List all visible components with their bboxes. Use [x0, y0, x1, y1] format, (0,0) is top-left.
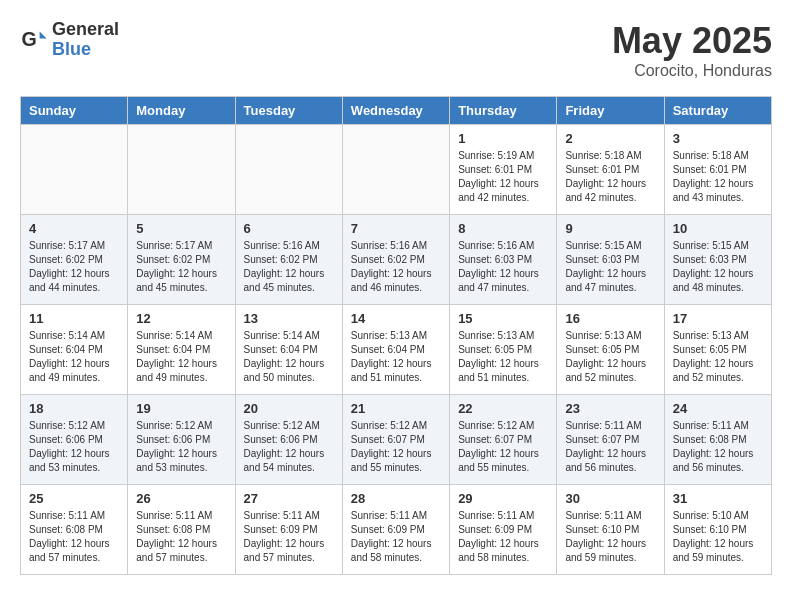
day-cell: 16Sunrise: 5:13 AM Sunset: 6:05 PM Dayli… [557, 305, 664, 395]
day-info: Sunrise: 5:12 AM Sunset: 6:07 PM Dayligh… [351, 419, 441, 475]
day-number: 29 [458, 491, 548, 506]
svg-text:G: G [21, 27, 36, 49]
day-cell: 24Sunrise: 5:11 AM Sunset: 6:08 PM Dayli… [664, 395, 771, 485]
day-info: Sunrise: 5:12 AM Sunset: 6:06 PM Dayligh… [136, 419, 226, 475]
day-cell: 13Sunrise: 5:14 AM Sunset: 6:04 PM Dayli… [235, 305, 342, 395]
day-info: Sunrise: 5:14 AM Sunset: 6:04 PM Dayligh… [244, 329, 334, 385]
day-info: Sunrise: 5:18 AM Sunset: 6:01 PM Dayligh… [565, 149, 655, 205]
day-cell: 29Sunrise: 5:11 AM Sunset: 6:09 PM Dayli… [450, 485, 557, 575]
logo-icon: G [20, 26, 48, 54]
day-number: 21 [351, 401, 441, 416]
day-cell [342, 125, 449, 215]
day-header-sunday: Sunday [21, 97, 128, 125]
day-info: Sunrise: 5:11 AM Sunset: 6:09 PM Dayligh… [244, 509, 334, 565]
day-info: Sunrise: 5:11 AM Sunset: 6:09 PM Dayligh… [351, 509, 441, 565]
day-number: 24 [673, 401, 763, 416]
day-info: Sunrise: 5:11 AM Sunset: 6:09 PM Dayligh… [458, 509, 548, 565]
day-cell: 9Sunrise: 5:15 AM Sunset: 6:03 PM Daylig… [557, 215, 664, 305]
day-info: Sunrise: 5:11 AM Sunset: 6:08 PM Dayligh… [29, 509, 119, 565]
day-cell: 2Sunrise: 5:18 AM Sunset: 6:01 PM Daylig… [557, 125, 664, 215]
day-number: 17 [673, 311, 763, 326]
day-cell [235, 125, 342, 215]
day-number: 1 [458, 131, 548, 146]
day-number: 5 [136, 221, 226, 236]
day-info: Sunrise: 5:12 AM Sunset: 6:06 PM Dayligh… [244, 419, 334, 475]
day-info: Sunrise: 5:11 AM Sunset: 6:10 PM Dayligh… [565, 509, 655, 565]
day-cell: 23Sunrise: 5:11 AM Sunset: 6:07 PM Dayli… [557, 395, 664, 485]
day-number: 26 [136, 491, 226, 506]
day-number: 14 [351, 311, 441, 326]
week-row-2: 4Sunrise: 5:17 AM Sunset: 6:02 PM Daylig… [21, 215, 772, 305]
day-number: 7 [351, 221, 441, 236]
day-cell: 31Sunrise: 5:10 AM Sunset: 6:10 PM Dayli… [664, 485, 771, 575]
day-header-wednesday: Wednesday [342, 97, 449, 125]
day-cell: 26Sunrise: 5:11 AM Sunset: 6:08 PM Dayli… [128, 485, 235, 575]
day-cell: 15Sunrise: 5:13 AM Sunset: 6:05 PM Dayli… [450, 305, 557, 395]
logo-blue: Blue [52, 40, 119, 60]
day-number: 28 [351, 491, 441, 506]
day-header-friday: Friday [557, 97, 664, 125]
day-info: Sunrise: 5:18 AM Sunset: 6:01 PM Dayligh… [673, 149, 763, 205]
day-number: 2 [565, 131, 655, 146]
day-cell: 18Sunrise: 5:12 AM Sunset: 6:06 PM Dayli… [21, 395, 128, 485]
day-cell: 11Sunrise: 5:14 AM Sunset: 6:04 PM Dayli… [21, 305, 128, 395]
day-number: 15 [458, 311, 548, 326]
day-cell: 19Sunrise: 5:12 AM Sunset: 6:06 PM Dayli… [128, 395, 235, 485]
day-number: 20 [244, 401, 334, 416]
location-title: Corocito, Honduras [612, 62, 772, 80]
day-number: 31 [673, 491, 763, 506]
day-info: Sunrise: 5:13 AM Sunset: 6:04 PM Dayligh… [351, 329, 441, 385]
day-cell: 27Sunrise: 5:11 AM Sunset: 6:09 PM Dayli… [235, 485, 342, 575]
day-number: 19 [136, 401, 226, 416]
day-info: Sunrise: 5:11 AM Sunset: 6:07 PM Dayligh… [565, 419, 655, 475]
day-info: Sunrise: 5:15 AM Sunset: 6:03 PM Dayligh… [565, 239, 655, 295]
day-info: Sunrise: 5:15 AM Sunset: 6:03 PM Dayligh… [673, 239, 763, 295]
day-number: 8 [458, 221, 548, 236]
day-number: 12 [136, 311, 226, 326]
day-cell: 22Sunrise: 5:12 AM Sunset: 6:07 PM Dayli… [450, 395, 557, 485]
svg-marker-1 [40, 31, 47, 38]
day-cell: 14Sunrise: 5:13 AM Sunset: 6:04 PM Dayli… [342, 305, 449, 395]
day-header-thursday: Thursday [450, 97, 557, 125]
day-cell: 30Sunrise: 5:11 AM Sunset: 6:10 PM Dayli… [557, 485, 664, 575]
day-number: 6 [244, 221, 334, 236]
day-cell: 1Sunrise: 5:19 AM Sunset: 6:01 PM Daylig… [450, 125, 557, 215]
day-number: 11 [29, 311, 119, 326]
day-info: Sunrise: 5:17 AM Sunset: 6:02 PM Dayligh… [29, 239, 119, 295]
day-cell: 28Sunrise: 5:11 AM Sunset: 6:09 PM Dayli… [342, 485, 449, 575]
week-row-4: 18Sunrise: 5:12 AM Sunset: 6:06 PM Dayli… [21, 395, 772, 485]
day-info: Sunrise: 5:13 AM Sunset: 6:05 PM Dayligh… [673, 329, 763, 385]
logo-text: General Blue [52, 20, 119, 60]
header: G General Blue May 2025 Corocito, Hondur… [20, 20, 772, 80]
day-cell: 5Sunrise: 5:17 AM Sunset: 6:02 PM Daylig… [128, 215, 235, 305]
title-area: May 2025 Corocito, Honduras [612, 20, 772, 80]
day-info: Sunrise: 5:19 AM Sunset: 6:01 PM Dayligh… [458, 149, 548, 205]
logo-general: General [52, 20, 119, 40]
day-info: Sunrise: 5:10 AM Sunset: 6:10 PM Dayligh… [673, 509, 763, 565]
day-cell: 3Sunrise: 5:18 AM Sunset: 6:01 PM Daylig… [664, 125, 771, 215]
day-cell: 10Sunrise: 5:15 AM Sunset: 6:03 PM Dayli… [664, 215, 771, 305]
day-number: 30 [565, 491, 655, 506]
day-info: Sunrise: 5:16 AM Sunset: 6:02 PM Dayligh… [244, 239, 334, 295]
day-number: 13 [244, 311, 334, 326]
month-title: May 2025 [612, 20, 772, 62]
day-cell: 4Sunrise: 5:17 AM Sunset: 6:02 PM Daylig… [21, 215, 128, 305]
day-number: 18 [29, 401, 119, 416]
day-number: 4 [29, 221, 119, 236]
day-info: Sunrise: 5:12 AM Sunset: 6:06 PM Dayligh… [29, 419, 119, 475]
day-cell [21, 125, 128, 215]
day-cell: 21Sunrise: 5:12 AM Sunset: 6:07 PM Dayli… [342, 395, 449, 485]
week-row-5: 25Sunrise: 5:11 AM Sunset: 6:08 PM Dayli… [21, 485, 772, 575]
day-cell [128, 125, 235, 215]
day-number: 23 [565, 401, 655, 416]
week-row-3: 11Sunrise: 5:14 AM Sunset: 6:04 PM Dayli… [21, 305, 772, 395]
day-info: Sunrise: 5:12 AM Sunset: 6:07 PM Dayligh… [458, 419, 548, 475]
calendar-table: SundayMondayTuesdayWednesdayThursdayFrid… [20, 96, 772, 575]
day-cell: 7Sunrise: 5:16 AM Sunset: 6:02 PM Daylig… [342, 215, 449, 305]
logo: G General Blue [20, 20, 119, 60]
day-info: Sunrise: 5:14 AM Sunset: 6:04 PM Dayligh… [29, 329, 119, 385]
week-row-1: 1Sunrise: 5:19 AM Sunset: 6:01 PM Daylig… [21, 125, 772, 215]
day-cell: 12Sunrise: 5:14 AM Sunset: 6:04 PM Dayli… [128, 305, 235, 395]
day-info: Sunrise: 5:13 AM Sunset: 6:05 PM Dayligh… [458, 329, 548, 385]
day-number: 25 [29, 491, 119, 506]
